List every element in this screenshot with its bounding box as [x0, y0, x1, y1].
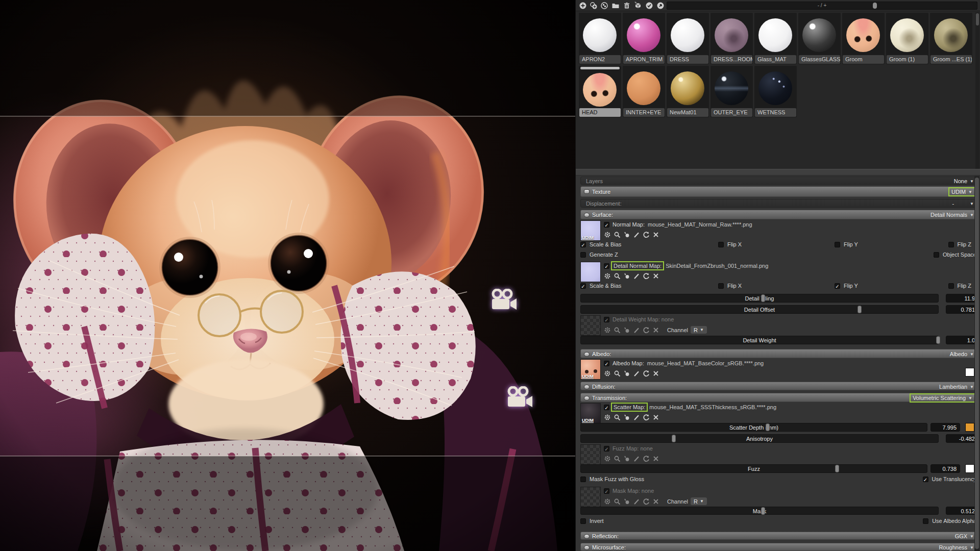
reflection-mode-dropdown[interactable]: GGX▼: [955, 533, 974, 539]
scatter-color-swatch[interactable]: [965, 423, 974, 432]
gear-icon[interactable]: [604, 370, 611, 377]
diffusion-toggle[interactable]: [584, 385, 590, 389]
fuzz-slider[interactable]: Fuzz 0.738: [580, 464, 978, 473]
edit-pencil-icon[interactable]: [633, 231, 640, 238]
edit-pencil-icon[interactable]: [633, 370, 640, 377]
mask-map-thumbnail[interactable]: [580, 487, 601, 507]
slider-handle[interactable]: [835, 465, 839, 472]
close-icon[interactable]: [652, 455, 659, 462]
microsurface-header[interactable]: Microsurface: Roughness▼: [580, 543, 978, 551]
slider-handle[interactable]: [761, 507, 765, 515]
reload-icon[interactable]: [643, 455, 650, 462]
scatter-depth-slider[interactable]: Scatter Depth (mm) 7.995: [580, 423, 978, 432]
dissolve-material-icon[interactable]: [600, 2, 608, 10]
scale-bias-checkbox[interactable]: ✓Scale & Bias: [580, 241, 621, 247]
material-preview-size-slider[interactable]: - / +: [667, 2, 977, 10]
close-icon[interactable]: [652, 370, 659, 377]
reload-icon[interactable]: [643, 231, 650, 238]
color-pick-icon[interactable]: [623, 455, 630, 462]
fuzz-map-checkbox[interactable]: ✓: [604, 446, 609, 452]
material-tile[interactable]: DRESS...ROOM: [710, 13, 753, 64]
texture-toggle[interactable]: [584, 189, 590, 194]
search-icon[interactable]: [614, 327, 621, 334]
detail-tiling-slider[interactable]: Detail Tiling 11.9: [580, 294, 978, 303]
close-icon[interactable]: [652, 327, 659, 334]
apply-material-icon[interactable]: [645, 2, 653, 10]
reflection-header[interactable]: Reflection: GGX▼: [580, 532, 978, 540]
flip-x-checkbox[interactable]: Flip X: [718, 283, 742, 289]
mask-fuzz-with-gloss-checkbox[interactable]: Mask Fuzz with Gloss: [580, 476, 644, 482]
albedo-toggle[interactable]: [584, 352, 590, 357]
channel-dropdown[interactable]: R▼: [691, 497, 707, 505]
detail-weight-value[interactable]: 1.0: [946, 336, 978, 344]
slider-handle[interactable]: [936, 336, 940, 344]
browser-scrollbar-thumb[interactable]: [976, 13, 979, 26]
reload-icon[interactable]: [643, 272, 650, 280]
export-material-icon[interactable]: [656, 2, 665, 10]
slider-handle[interactable]: [761, 294, 765, 302]
normal-map-thumbnail[interactable]: UDIM: [580, 220, 601, 241]
flip-y-checkbox[interactable]: ✓Flip Y: [835, 283, 858, 289]
scale-bias-checkbox[interactable]: ✓Scale & Bias: [580, 283, 621, 289]
mask-value[interactable]: 0.512: [946, 507, 978, 515]
flip-y-checkbox[interactable]: Flip Y: [835, 241, 858, 247]
transmission-mode-dropdown[interactable]: Volumetric Scattering▼: [911, 395, 974, 401]
material-tile[interactable]: DRESS: [667, 13, 709, 64]
albedo-map-checkbox[interactable]: ✓: [604, 361, 609, 366]
diffusion-header[interactable]: Diffusion: Lambertian▼: [580, 382, 978, 390]
invert-checkbox[interactable]: Invert: [580, 518, 604, 524]
reload-icon[interactable]: [643, 327, 650, 334]
camera-icon[interactable]: [507, 386, 533, 410]
gear-icon[interactable]: [604, 272, 611, 280]
normal-map-checkbox[interactable]: ✓: [604, 222, 609, 228]
generate-z-checkbox[interactable]: Generate Z: [580, 252, 618, 258]
camera-icon[interactable]: [491, 289, 518, 312]
close-icon[interactable]: [652, 231, 659, 238]
detail-normal-map-thumbnail[interactable]: [580, 262, 601, 282]
anisotropy-value[interactable]: -0.482: [946, 434, 978, 443]
scatter-map-thumbnail[interactable]: UDIM: [580, 403, 601, 423]
pick-object-icon[interactable]: [634, 2, 642, 10]
color-pick-icon[interactable]: [623, 272, 630, 280]
detail-weight-slider[interactable]: Detail Weight 1.0: [580, 336, 978, 344]
detail-weight-map-thumbnail[interactable]: [580, 315, 601, 336]
search-icon[interactable]: [614, 231, 621, 238]
search-icon[interactable]: [614, 455, 621, 462]
color-pick-icon[interactable]: [623, 370, 630, 377]
microsurface-toggle[interactable]: [584, 545, 590, 550]
render-viewport[interactable]: [0, 0, 575, 551]
fuzz-color-swatch[interactable]: [965, 464, 974, 473]
material-tile[interactable]: Glass_MAT: [754, 13, 797, 64]
surface-mode-dropdown[interactable]: Detail Normals▼: [930, 212, 974, 218]
close-icon[interactable]: [652, 414, 659, 421]
reflection-toggle[interactable]: [584, 534, 590, 539]
color-pick-icon[interactable]: [623, 327, 630, 334]
gear-icon[interactable]: [604, 498, 611, 505]
anisotropy-slider[interactable]: Anisotropy -0.482: [580, 434, 978, 443]
gear-icon[interactable]: [604, 414, 611, 421]
preview-size-handle[interactable]: [873, 3, 877, 9]
albedo-header[interactable]: Albedo: Albedo▼: [580, 349, 978, 358]
fuzz-map-thumbnail[interactable]: [580, 444, 601, 465]
layers-header[interactable]: Layers None▼: [580, 177, 978, 185]
use-albedo-alpha-checkbox[interactable]: Use Albedo Alpha: [923, 518, 976, 524]
browser-scrollbar[interactable]: [975, 12, 979, 169]
albedo-color-swatch[interactable]: [965, 368, 974, 377]
slider-handle[interactable]: [857, 306, 862, 313]
gear-icon[interactable]: [604, 327, 611, 334]
material-tile[interactable]: NewMat01: [667, 66, 709, 117]
diffusion-mode-dropdown[interactable]: Lambertian▼: [939, 384, 974, 390]
material-tile[interactable]: Groom (1): [886, 13, 928, 64]
detail-weight-map-checkbox[interactable]: ✓: [604, 317, 609, 322]
flip-z-checkbox[interactable]: Flip Z: [948, 241, 972, 247]
scatter-map-checkbox[interactable]: ✓: [604, 405, 609, 410]
layers-dropdown[interactable]: None▼: [954, 178, 974, 184]
material-tile[interactable]: APRON2: [579, 13, 621, 64]
search-icon[interactable]: [614, 498, 621, 505]
material-tile[interactable]: GlassesGLASS: [798, 13, 841, 64]
gear-icon[interactable]: [604, 231, 611, 238]
mask-map-checkbox[interactable]: ✓: [604, 488, 609, 494]
displacement-header[interactable]: Displacement: -▼: [580, 199, 978, 208]
microsurface-mode-dropdown[interactable]: Roughness▼: [939, 544, 974, 550]
search-icon[interactable]: [614, 414, 621, 421]
